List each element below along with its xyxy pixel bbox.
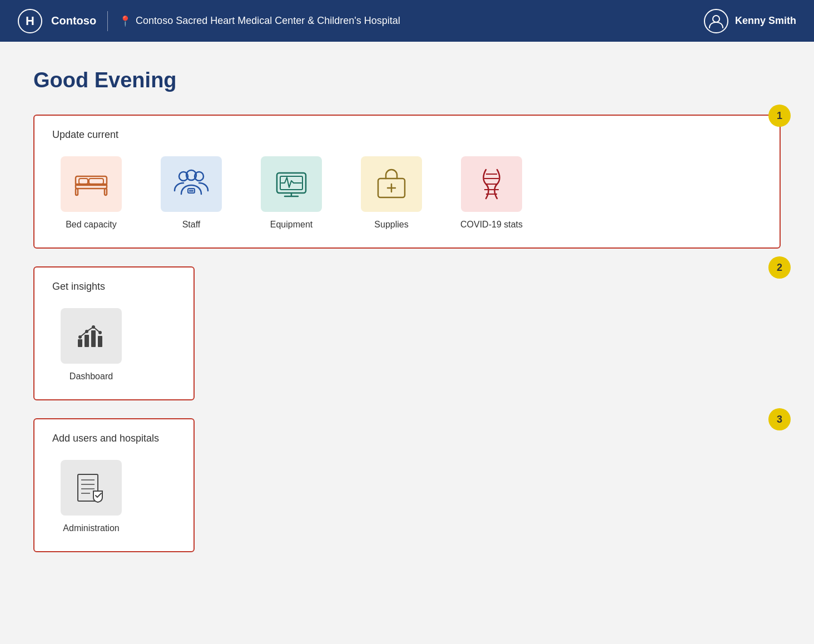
- equipment-label: Equipment: [270, 220, 313, 230]
- dashboard-icon-box: [61, 308, 122, 364]
- svg-point-29: [78, 335, 82, 339]
- app-logo: H: [18, 9, 42, 33]
- section-2-badge: 2: [768, 256, 791, 279]
- update-current-items: Bed capacity: [52, 156, 762, 230]
- bed-capacity-card[interactable]: Bed capacity: [52, 156, 130, 230]
- section-3-badge: 3: [768, 408, 791, 430]
- equipment-icon-box: [261, 156, 322, 212]
- add-users-box: Add users and hospitals: [33, 418, 195, 552]
- covid-stats-label: COVID-19 stats: [460, 220, 523, 230]
- avatar: [704, 9, 728, 33]
- get-insights-box: Get insights: [33, 266, 195, 400]
- header-user[interactable]: Kenny Smith: [704, 9, 796, 33]
- svg-rect-6: [89, 179, 103, 184]
- svg-rect-5: [79, 179, 88, 184]
- get-insights-items: Dashboard: [52, 308, 176, 382]
- svg-point-31: [92, 325, 95, 329]
- administration-label: Administration: [63, 523, 119, 533]
- covid-stats-icon-box: [461, 156, 522, 212]
- covid-stats-card[interactable]: COVID-19 stats: [453, 156, 530, 230]
- svg-rect-26: [85, 335, 89, 347]
- update-current-box: Update current: [33, 115, 781, 249]
- svg-rect-27: [91, 330, 96, 347]
- staff-label: Staff: [182, 220, 201, 230]
- header-location: 📍 Contoso Sacred Heart Medical Center & …: [119, 15, 704, 27]
- org-name: Contoso: [51, 14, 96, 27]
- update-current-section: Update current: [33, 115, 781, 249]
- administration-card[interactable]: Administration: [52, 460, 130, 533]
- location-text: Contoso Sacred Heart Medical Center & Ch…: [136, 15, 400, 27]
- greeting: Good Evening: [33, 68, 781, 92]
- svg-rect-2: [76, 189, 78, 195]
- bed-capacity-icon-box: [61, 156, 122, 212]
- add-users-section: Add users and hospitals: [33, 418, 781, 552]
- get-insights-section: Get insights: [33, 266, 781, 400]
- staff-icon-box: [161, 156, 222, 212]
- svg-rect-28: [98, 336, 102, 347]
- svg-rect-10: [188, 189, 195, 193]
- supplies-icon-box: [361, 156, 422, 212]
- svg-point-30: [85, 330, 88, 333]
- supplies-card[interactable]: Supplies: [353, 156, 430, 230]
- staff-card[interactable]: Staff: [152, 156, 230, 230]
- bed-capacity-label: Bed capacity: [66, 220, 117, 230]
- add-users-items: Administration: [52, 460, 176, 533]
- user-name: Kenny Smith: [735, 15, 796, 27]
- svg-rect-3: [105, 189, 107, 195]
- update-current-title: Update current: [52, 129, 762, 141]
- equipment-card[interactable]: Equipment: [252, 156, 330, 230]
- supplies-label: Supplies: [374, 220, 408, 230]
- get-insights-title: Get insights: [52, 281, 176, 293]
- administration-icon-box: [61, 460, 122, 516]
- location-icon: 📍: [119, 15, 131, 27]
- svg-point-0: [713, 16, 719, 22]
- svg-rect-25: [78, 339, 82, 347]
- section-1-badge: 1: [768, 105, 791, 127]
- dashboard-label: Dashboard: [70, 371, 113, 382]
- header-divider: [107, 11, 108, 31]
- svg-point-32: [98, 331, 102, 334]
- dashboard-card[interactable]: Dashboard: [52, 308, 130, 382]
- header: H Contoso 📍 Contoso Sacred Heart Medical…: [0, 0, 814, 42]
- add-users-title: Add users and hospitals: [52, 433, 176, 444]
- main-content: Good Evening Update current: [0, 42, 814, 597]
